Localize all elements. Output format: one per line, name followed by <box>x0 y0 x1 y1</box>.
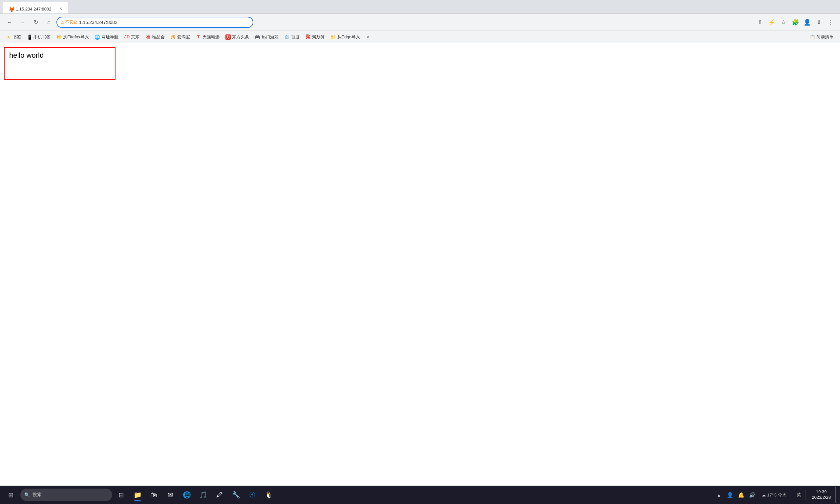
tray-notify-icon[interactable]: 🔔 <box>736 490 747 500</box>
bookmark-firefox-icon: 📂 <box>56 34 62 40</box>
bookmark-edge[interactable]: 📁 从Edge导入 <box>328 33 363 41</box>
taskbar: ⊞ 🔍 搜索 ⊟ 📁 🛍 ✉ 🌐 🎵 🖍 🔧 ⦿ <box>0 486 840 504</box>
mail-icon: ✉ <box>168 491 173 499</box>
bookmark-more-button[interactable]: » <box>365 33 371 41</box>
bookmark-phone-label: 手机书签 <box>33 34 51 40</box>
bookmark-firefox[interactable]: 📂 从Firefox导入 <box>54 33 91 41</box>
taskbar-search[interactable]: 🔍 搜索 <box>20 489 112 501</box>
vscode-icon: ⦿ <box>249 491 256 499</box>
music-icon: 🎵 <box>199 491 207 499</box>
start-button[interactable]: ⊞ <box>3 487 19 503</box>
bookmarks-bar: ★ 书签 📱 手机书签 📂 从Firefox导入 🌐 网址导航 JD 京东 唯 … <box>0 31 840 43</box>
download-button[interactable]: ⇓ <box>814 17 824 28</box>
hello-world-box: hello world <box>4 47 116 80</box>
bookmark-taobao[interactable]: 淘 爱淘宝 <box>168 33 193 41</box>
bookmark-edge-icon: 📁 <box>331 34 336 40</box>
draw-button[interactable]: 🖍 <box>212 487 227 502</box>
clock-widget[interactable]: 19:39 2023/2/28 <box>808 489 834 500</box>
bookmark-shujian[interactable]: ★ 书签 <box>3 33 24 41</box>
weather-temp: 17°C <box>767 492 777 498</box>
store-button[interactable]: 🛍 <box>146 487 161 502</box>
edge-icon: 🌐 <box>183 491 191 499</box>
security-warning: ⚠ 不安全 <box>61 19 77 25</box>
system-tray: ▴ 👤 🔔 🔊 <box>714 490 758 500</box>
bookmark-hotgame-icon: 🎮 <box>255 34 260 40</box>
menu-button[interactable]: ⋮ <box>826 17 836 28</box>
tray-user-icon[interactable]: 👤 <box>725 490 735 500</box>
weather-widget[interactable]: ☁ 17°C 今天 <box>759 490 789 499</box>
reading-mode-button[interactable]: 📋 阅读清单 <box>807 33 837 41</box>
mail-button[interactable]: ✉ <box>163 487 178 502</box>
draw-icon: 🖍 <box>216 491 223 499</box>
page-content: hello world <box>0 43 840 504</box>
tray-expand-button[interactable]: ▴ <box>714 490 724 500</box>
bookmark-taobao-label: 爱淘宝 <box>177 34 190 40</box>
bookmark-weipin-icon: 唯 <box>145 34 151 40</box>
bookmark-hotgame-label: 热门游戏 <box>262 34 279 40</box>
show-desktop-button[interactable] <box>835 487 837 503</box>
forward-button[interactable]: → <box>17 17 28 28</box>
browser-window: 🦊 1.15.234.247:8082 ✕ ← → ↻ ⌂ ⚠ 不安全 ⇧ ⚡ … <box>0 0 840 504</box>
music-button[interactable]: 🎵 <box>196 487 211 502</box>
warning-icon: ⚠ <box>61 20 65 24</box>
bookmark-website-label: 网址导航 <box>101 34 119 40</box>
bookmark-jd[interactable]: JD 京东 <box>122 33 142 41</box>
profile-button[interactable]: 👤 <box>802 17 812 28</box>
home-button[interactable]: ⌂ <box>43 17 54 28</box>
bookmark-dongfang-icon: 万 <box>225 34 231 40</box>
url-input[interactable] <box>79 20 249 25</box>
lightning-button[interactable]: ⚡ <box>767 17 777 28</box>
bookmark-phone[interactable]: 📱 手机书签 <box>24 33 53 41</box>
language-button[interactable]: 英 <box>795 490 803 499</box>
bookmark-website-nav[interactable]: 🌐 网址导航 <box>92 33 121 41</box>
vscode-button[interactable]: ⦿ <box>245 487 260 502</box>
reading-mode-label: 阅读清单 <box>816 34 834 40</box>
bookmark-edge-label: 从Edge导入 <box>337 34 360 40</box>
tab-close-button[interactable]: ✕ <box>59 6 62 11</box>
nav-bar: ← → ↻ ⌂ ⚠ 不安全 ⇧ ⚡ ☆ 🧩 👤 ⇓ ⋮ <box>0 14 840 31</box>
extensions-button[interactable]: 🧩 <box>790 17 801 28</box>
bookmark-weipin[interactable]: 唯 唯品会 <box>143 33 167 41</box>
bookmark-tianmao[interactable]: T 天猫精选 <box>193 33 222 41</box>
clock-time: 19:39 <box>816 489 827 495</box>
bookmark-website-icon: 🌐 <box>95 34 100 40</box>
bookmark-jusuan-icon: 聚 <box>305 34 311 40</box>
refresh-button[interactable]: ↻ <box>30 17 41 28</box>
favorites-button[interactable]: ☆ <box>778 17 789 28</box>
bookmark-jd-icon: JD <box>124 34 129 40</box>
nav-right-icons: ⇧ ⚡ ☆ 🧩 👤 ⇓ ⋮ <box>755 17 836 28</box>
warning-label: 不安全 <box>65 19 77 25</box>
bookmark-hotgame[interactable]: 🎮 热门游戏 <box>252 33 281 41</box>
tab-favicon: 🦊 <box>8 6 14 12</box>
bookmark-shujian-label: 书签 <box>13 34 21 40</box>
bookmark-tianmao-icon: T <box>196 34 201 40</box>
taskbar-right: ▴ 👤 🔔 🔊 ☁ 17°C 今天 英 19:39 2023/2/28 <box>714 487 837 503</box>
bookmark-jusuan[interactable]: 聚 聚划算 <box>303 33 328 41</box>
active-tab[interactable]: 🦊 1.15.234.247:8082 ✕ <box>3 2 68 14</box>
bookmark-baidu-icon: 百 <box>284 34 290 40</box>
tray-divider2 <box>806 490 806 500</box>
bookmark-baidu[interactable]: 百 百度 <box>282 33 302 41</box>
store-icon: 🛍 <box>151 491 157 499</box>
bookmark-dongfang-label: 东方头条 <box>232 34 249 40</box>
language-label: 英 <box>797 492 801 497</box>
edge-button[interactable]: 🌐 <box>179 487 194 502</box>
bookmark-dongfang[interactable]: 万 东方头条 <box>223 33 252 41</box>
tools-button[interactable]: 🔧 <box>228 487 243 502</box>
bookmark-phone-icon: 📱 <box>27 34 32 40</box>
address-bar[interactable]: ⚠ 不安全 <box>56 17 253 28</box>
tray-volume-icon[interactable]: 🔊 <box>747 490 758 500</box>
bookmark-baidu-label: 百度 <box>291 34 300 40</box>
bookmark-tianmao-label: 天猫精选 <box>203 34 220 40</box>
bookmark-jusuan-label: 聚划算 <box>312 34 325 40</box>
tab-title: 1.15.234.247:8082 <box>16 6 51 12</box>
hello-world-text: hello world <box>9 51 43 59</box>
tray-divider <box>792 490 792 500</box>
back-button[interactable]: ← <box>4 17 15 28</box>
qq-button[interactable]: 🐧 <box>261 487 276 502</box>
bookmark-star-icon: ★ <box>6 34 11 40</box>
task-view-button[interactable]: ⊟ <box>113 487 129 502</box>
weather-label: 今天 <box>778 492 787 498</box>
file-explorer-button[interactable]: 📁 <box>130 487 145 502</box>
share-button[interactable]: ⇧ <box>755 17 765 28</box>
